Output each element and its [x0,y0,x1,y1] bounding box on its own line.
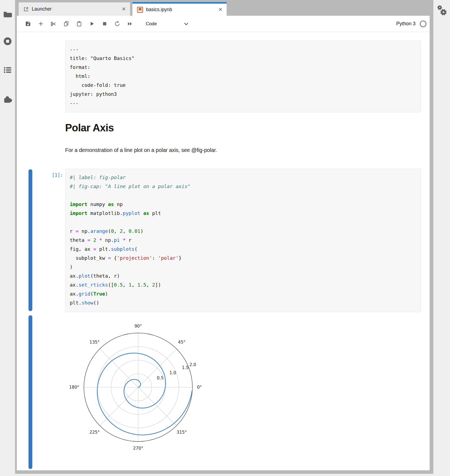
restart-kernel-button[interactable] [114,20,121,27]
tab-launcher[interactable]: Launcher × [18,2,130,16]
table-of-contents-icon[interactable] [3,65,12,75]
yaml-frontmatter-cell[interactable]: --- title: "Quarto Basics" format: html:… [65,41,421,112]
markdown-heading: Polar Axis [65,122,114,134]
theta-tick-label: 225° [90,430,100,435]
running-kernels-icon[interactable] [3,36,12,46]
yaml-frontmatter-text: --- title: "Quarto Basics" format: html:… [65,41,421,111]
chevron-down-icon [183,21,189,27]
r-tick-label: 2.0 [189,362,196,367]
right-sidebar [433,0,450,476]
kernel-status-icon[interactable] [419,20,427,28]
tab-label: Launcher [32,6,122,12]
paste-cells-button[interactable] [75,20,83,27]
theta-tick-label: 180° [69,385,79,390]
tab-bar: Launcher × basics.ipynb × [17,2,430,16]
settings-gears-icon[interactable] [436,5,448,18]
notebook-toolbar: Code Python 3 [17,16,430,32]
input-collapser[interactable] [28,169,32,311]
stop-kernel-button[interactable] [101,20,108,27]
theta-tick-label: 90° [134,324,142,329]
kernel-name[interactable]: Python 3 [396,21,416,27]
left-activity-bar [0,0,15,476]
copy-cells-button[interactable] [63,20,70,27]
markdown-paragraph: For a demonstration of a line plot on a … [65,147,217,153]
notebook-icon [137,7,143,13]
launcher-icon [23,6,29,12]
theta-tick-label: 135° [90,340,100,345]
save-button[interactable] [24,20,31,27]
tab-label: basics.ipynb [146,7,218,12]
cell-type-dropdown[interactable]: Code [146,21,189,27]
run-all-cells-button[interactable] [126,20,134,27]
theta-tick-label: 0° [197,385,202,390]
file-browser-icon[interactable] [3,10,12,20]
notebook-content: --- title: "Quarto Basics" format: html:… [17,32,430,470]
code-cell-editor[interactable]: #| label: fig-polar #| fig-cap: "A line … [65,169,421,312]
cut-cells-button[interactable] [50,20,57,27]
close-icon[interactable]: × [122,6,126,12]
main-panel: Launcher × basics.ipynb × [17,2,430,470]
insert-cell-button[interactable] [37,20,44,27]
r-tick-label: 0.5 [157,376,164,380]
theta-tick-label: 45° [178,340,185,345]
extension-manager-icon[interactable] [3,94,12,104]
r-tick-label: 1.5 [182,365,189,370]
execution-count: [1]: [25,172,63,178]
polar-spiral-line [97,353,192,435]
bottom-strip [0,474,450,476]
r-tick-label: 1.0 [169,370,176,375]
cell-type-value: Code [146,21,157,27]
output-collapser[interactable] [28,315,32,469]
code-cell-text: #| label: fig-polar #| fig-cap: "A line … [65,169,421,311]
polar-plot-output: 0°45°90°135°180°225°270°315°0.51.01.52.0 [66,314,220,454]
run-cell-button[interactable] [88,20,95,27]
tab-basics-ipynb[interactable]: basics.ipynb × [132,2,227,16]
theta-tick-label: 315° [177,430,187,435]
close-icon[interactable]: × [218,7,223,13]
theta-tick-label: 270° [133,446,143,451]
